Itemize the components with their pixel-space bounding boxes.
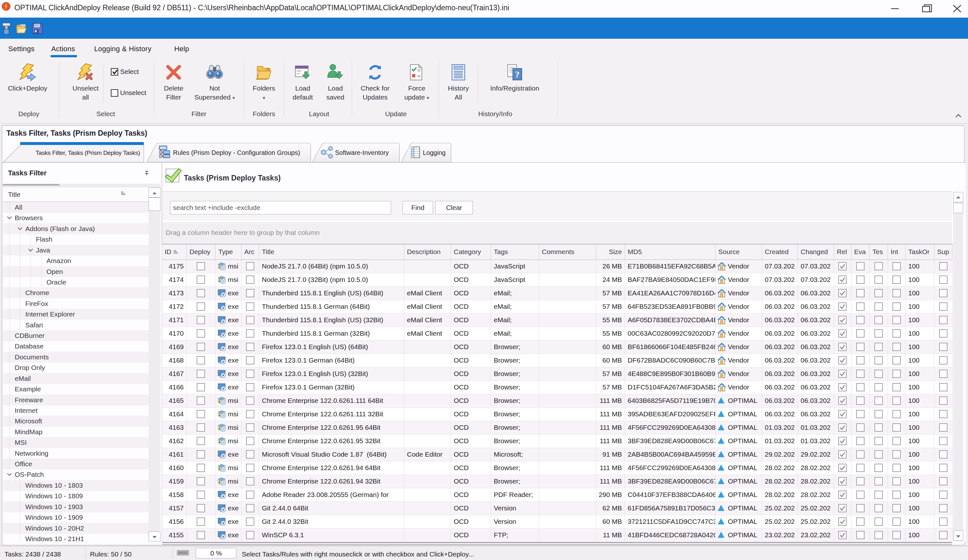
svg-text:?: ? (515, 69, 520, 79)
